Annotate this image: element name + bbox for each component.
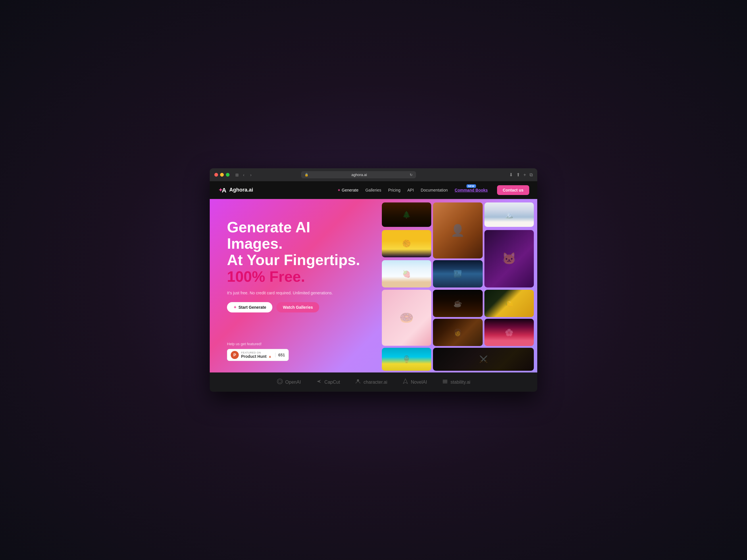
spark-icon: ✦	[337, 188, 341, 192]
close-button[interactable]	[214, 173, 218, 177]
ai-image-donuts: 🍩	[382, 290, 431, 346]
product-hunt-badge[interactable]: P FEATURED ON Product Hunt ▲ 651	[227, 349, 289, 361]
minimize-button[interactable]	[220, 173, 224, 177]
ai-image-woman: 👩	[433, 319, 482, 346]
svg-point-2	[277, 379, 282, 384]
logo[interactable]: ✦ A Aghora.ai	[218, 186, 253, 195]
refresh-icon[interactable]: ↻	[410, 173, 413, 177]
browser-actions: ⬇ ⬆ + ⧉	[509, 172, 533, 178]
partner-stability: stability.ai	[442, 378, 470, 386]
watch-galleries-button[interactable]: Watch Galleries	[276, 302, 319, 313]
character-icon	[355, 378, 361, 386]
hero-left: Generate AI Images. At Your Fingertips. …	[210, 199, 380, 372]
partner-novelai: NovelAI	[402, 378, 427, 386]
ai-image-fruits: 🍋	[484, 290, 534, 317]
partner-capcut-label: CapCut	[325, 380, 340, 385]
hero-footer: Help us get featured! P FEATURED ON Prod…	[227, 330, 366, 361]
hero-content: Generate AI Images. At Your Fingertips. …	[227, 213, 366, 313]
navigation: ✦ A Aghora.ai ✦Generate Galleries Pricin…	[210, 181, 537, 199]
website-content: ✦ A Aghora.ai ✦Generate Galleries Pricin…	[210, 181, 537, 392]
svg-rect-6	[443, 382, 447, 383]
hero-section: Generate AI Images. At Your Fingertips. …	[210, 199, 537, 372]
hero-buttons: ✦ Start Generate Watch Galleries	[227, 302, 366, 313]
ph-arrow-icon: ▲	[268, 354, 272, 358]
hero-title-line1: Generate AI Images.	[227, 219, 310, 252]
nav-link-command-books[interactable]: Command Books	[455, 188, 488, 192]
nav-item-galleries[interactable]: Galleries	[365, 188, 381, 193]
hero-images: 🌲 👤 🏔️ 🏀 🐱	[380, 199, 537, 372]
partner-capcut: CapCut	[316, 378, 340, 386]
svg-rect-5	[443, 381, 447, 382]
new-badge: NEW	[467, 184, 476, 188]
browser-window: ⊞ ‹ › 🔒 aghora.ai ↻ ⬇ ⬆ + ⧉ ✦ A Aghora.a…	[210, 168, 537, 392]
ai-image-mountain: 🏔️	[484, 203, 534, 227]
partner-character-label: character.ai	[363, 380, 387, 385]
nav-item-generate[interactable]: ✦Generate	[337, 188, 358, 193]
svg-text:A: A	[222, 187, 226, 194]
ai-image-strawberry-drink: 🍓	[382, 260, 431, 288]
nav-link-documentation[interactable]: Documentation	[421, 188, 447, 192]
share-icon[interactable]: ⬆	[516, 172, 520, 178]
spark-icon-btn: ✦	[233, 305, 237, 310]
command-books-wrapper: NEW Command Books	[455, 188, 488, 192]
ai-image-portrait: 👤	[433, 203, 482, 259]
nav-link-api[interactable]: API	[407, 188, 414, 192]
lock-icon: 🔒	[305, 173, 309, 177]
capcut-icon	[316, 378, 322, 386]
ai-image-cat: 🐱	[484, 230, 534, 288]
openai-icon	[277, 378, 283, 386]
tabs-icon[interactable]: ⧉	[530, 172, 533, 178]
nav-item-documentation[interactable]: Documentation	[421, 188, 447, 193]
ph-name-text: Product Hunt	[241, 354, 267, 359]
ph-name: Product Hunt ▲	[241, 354, 272, 359]
start-generate-button[interactable]: ✦ Start Generate	[227, 302, 273, 313]
partner-character: character.ai	[355, 378, 387, 386]
nav-link-galleries[interactable]: Galleries	[365, 188, 381, 192]
maximize-button[interactable]	[226, 173, 230, 177]
nav-links: ✦Generate Galleries Pricing API Document…	[337, 188, 488, 193]
download-icon[interactable]: ⬇	[509, 172, 513, 178]
partner-stability-label: stability.ai	[450, 380, 470, 385]
sidebar-toggle-icon[interactable]: ⊞	[235, 172, 239, 177]
ai-image-cyan: 🏺	[382, 348, 431, 371]
partner-openai-label: OpenAI	[285, 380, 301, 385]
url-text: aghora.ai	[310, 172, 408, 177]
ai-image-warrior: ⚔️	[433, 348, 534, 371]
help-text: Help us get featured!	[227, 342, 366, 346]
ph-count: 651	[275, 353, 285, 357]
ai-image-dark-cup: ☕	[433, 290, 482, 317]
nav-item-command-books[interactable]: NEW Command Books	[455, 188, 488, 192]
product-hunt-text: FEATURED ON Product Hunt ▲	[241, 351, 272, 359]
partner-novelai-label: NovelAI	[411, 380, 427, 385]
product-hunt-icon: P	[231, 351, 239, 359]
hero-title-line2: At Your Fingertips.	[227, 251, 360, 268]
stability-icon	[442, 378, 448, 386]
browser-chrome: ⊞ ‹ › 🔒 aghora.ai ↻ ⬇ ⬆ + ⧉	[210, 168, 537, 181]
hero-title-free: 100% Free.	[227, 268, 305, 285]
ai-image-forest: 🌲	[382, 203, 431, 227]
contact-button[interactable]: Contact us	[497, 185, 529, 195]
nav-item-pricing[interactable]: Pricing	[388, 188, 401, 193]
svg-rect-4	[443, 380, 447, 381]
svg-point-3	[357, 379, 359, 381]
forward-button[interactable]: ›	[249, 172, 253, 178]
partners-bar: OpenAI CapCut character.ai NovelAI	[210, 372, 537, 392]
address-bar[interactable]: 🔒 aghora.ai ↻	[301, 171, 416, 178]
ai-image-pink-field: 🌸	[484, 319, 534, 346]
ai-image-basketball: 🏀	[382, 230, 431, 257]
start-generate-label: Start Generate	[238, 305, 266, 310]
logo-text: Aghora.ai	[229, 187, 253, 193]
novelai-icon	[402, 378, 409, 386]
nav-link-pricing[interactable]: Pricing	[388, 188, 401, 192]
traffic-lights	[214, 173, 230, 177]
ai-image-city: 🏙️	[433, 260, 482, 288]
nav-item-api[interactable]: API	[407, 188, 414, 193]
hero-subtitle: It's just free. No credit card required.…	[227, 291, 366, 295]
new-tab-icon[interactable]: +	[523, 172, 526, 178]
back-button[interactable]: ‹	[241, 172, 246, 178]
hero-title: Generate AI Images. At Your Fingertips. …	[227, 219, 366, 285]
browser-controls: ⊞ ‹ ›	[235, 172, 253, 178]
partner-openai: OpenAI	[277, 378, 301, 386]
ph-featured-on: FEATURED ON	[241, 351, 272, 354]
nav-link-generate[interactable]: ✦Generate	[337, 188, 358, 192]
